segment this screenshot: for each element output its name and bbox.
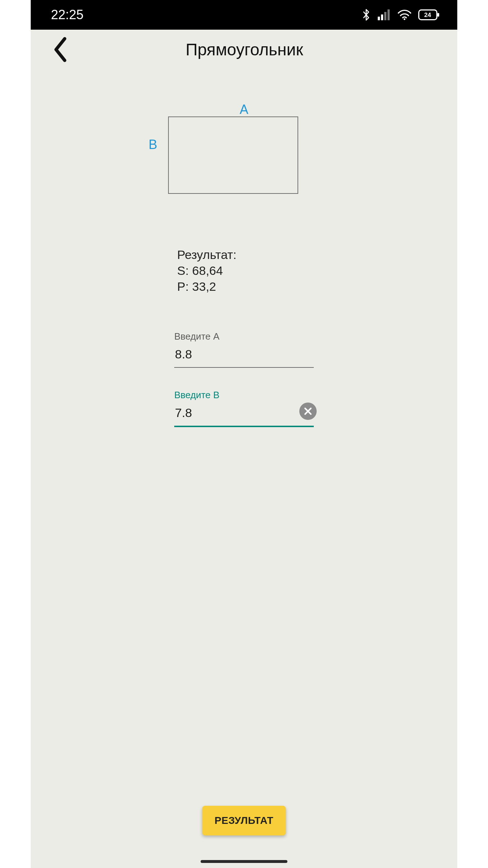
result-s: S: 68,64	[177, 263, 311, 278]
chevron-left-icon	[52, 37, 68, 63]
clear-input-b-button[interactable]	[299, 403, 317, 420]
result-button[interactable]: РЕЗУЛЬТАТ	[202, 806, 286, 835]
app-bar: Прямоугольник	[31, 30, 457, 69]
svg-rect-0	[378, 17, 380, 20]
battery-icon: 24	[418, 9, 440, 20]
svg-rect-3	[388, 9, 390, 20]
wifi-icon	[397, 9, 412, 20]
status-icons: 24	[361, 8, 440, 21]
input-a[interactable]	[174, 342, 314, 367]
field-b: Введите B	[174, 390, 314, 427]
result-p: P: 33,2	[177, 278, 311, 294]
svg-rect-1	[381, 14, 383, 20]
result-title: Результат:	[177, 247, 311, 263]
diagram-label-b: B	[149, 137, 157, 152]
field-b-label: Введите B	[174, 390, 314, 401]
home-indicator	[201, 860, 287, 863]
content: A B Результат: S: 68,64 P: 33,2 Введите …	[31, 69, 457, 427]
field-a-label: Введите A	[174, 331, 314, 342]
svg-rect-6	[437, 13, 439, 17]
back-button[interactable]	[50, 39, 71, 60]
svg-point-4	[404, 18, 406, 20]
status-bar: 22:25	[31, 0, 457, 30]
svg-rect-2	[384, 12, 386, 20]
bluetooth-icon	[361, 8, 371, 21]
status-time: 22:25	[51, 7, 84, 22]
rectangle-diagram: A B	[168, 116, 320, 210]
rectangle-shape	[168, 116, 298, 194]
result-block: Результат: S: 68,64 P: 33,2	[177, 247, 311, 295]
diagram-label-a: A	[240, 102, 248, 117]
field-a: Введите A	[174, 331, 314, 368]
inputs: Введите A Введите B	[174, 331, 314, 427]
close-icon	[303, 407, 313, 416]
signal-icon	[378, 9, 391, 20]
app-root: 22:25	[31, 0, 457, 868]
page-title: Прямоугольник	[71, 40, 457, 59]
input-b[interactable]	[174, 401, 314, 426]
svg-text:24: 24	[424, 12, 431, 18]
